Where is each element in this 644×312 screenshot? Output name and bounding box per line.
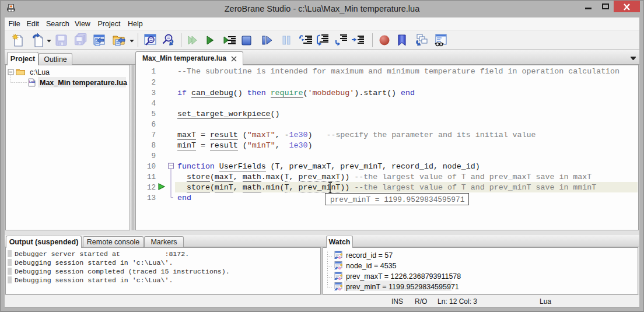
svg-text:Lua: Lua <box>29 80 36 83</box>
